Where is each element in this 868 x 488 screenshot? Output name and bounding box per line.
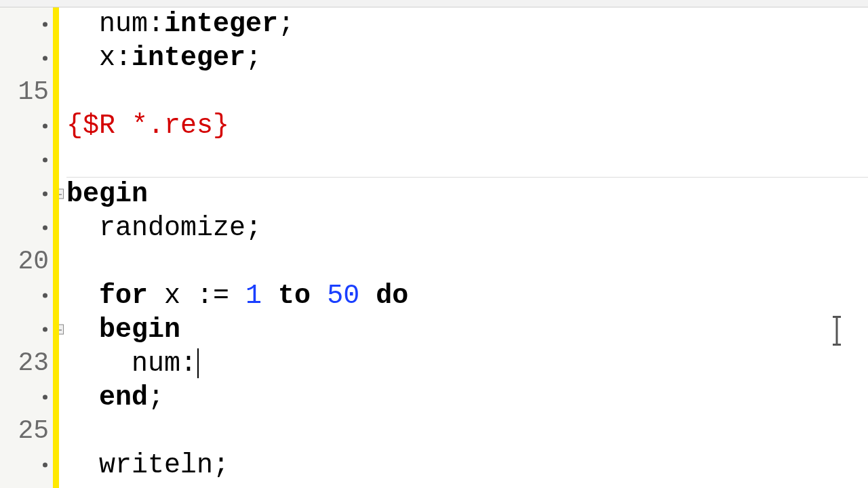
punct: ; [278, 9, 294, 39]
code-line[interactable]: for x := 1 to 50 do [66, 279, 868, 313]
indent [66, 213, 99, 243]
gutter-line[interactable] [0, 211, 53, 245]
gutter-line[interactable] [0, 312, 53, 346]
code-line[interactable]: num: [66, 347, 868, 381]
gutter-line[interactable]: 25 [0, 414, 53, 448]
gutter-line[interactable] [0, 7, 53, 41]
code-line[interactable] [66, 245, 868, 279]
punct: : [115, 43, 132, 73]
punct: ; [245, 43, 262, 73]
gutter-line[interactable] [0, 143, 53, 177]
keyword-for: for [99, 281, 148, 311]
line-number-gutter[interactable]: 15 20 23 25 [0, 7, 53, 488]
gutter-line[interactable] [0, 41, 53, 75]
punct: : [180, 348, 197, 379]
space [262, 281, 278, 311]
indent [66, 314, 99, 345]
identifier: num [132, 348, 180, 379]
space [311, 281, 327, 311]
code-line[interactable] [66, 415, 868, 449]
punct: ; [213, 450, 229, 481]
compiler-directive: {$R *.res} [66, 110, 229, 141]
identifier: num [99, 9, 148, 39]
type-keyword: integer [164, 9, 278, 39]
indent [66, 281, 99, 311]
punct: ; [148, 382, 164, 413]
gutter-line[interactable] [0, 448, 53, 482]
type-keyword: integer [132, 43, 245, 73]
space [359, 281, 376, 311]
code-line[interactable]: x:integer; [66, 41, 868, 75]
gutter-line[interactable] [0, 279, 53, 312]
punct: ; [245, 213, 262, 243]
assign-op: := [197, 281, 229, 311]
text-caret [197, 348, 199, 378]
indent [66, 382, 99, 413]
number-literal: 1 [245, 281, 262, 311]
gutter-line[interactable] [0, 380, 53, 414]
punct: : [148, 9, 164, 39]
gutter-line[interactable] [0, 177, 53, 211]
code-line[interactable]: {$R *.res} [66, 109, 868, 143]
indent [66, 43, 99, 73]
gutter-line[interactable]: 15 [0, 75, 53, 109]
toolbar-sliver [0, 0, 868, 7]
keyword-end: end [99, 382, 148, 413]
gutter-line[interactable]: 20 [0, 245, 53, 279]
keyword-begin: begin [66, 179, 148, 209]
code-line[interactable] [66, 143, 868, 177]
keyword-begin: begin [99, 314, 180, 345]
code-line[interactable]: begin [66, 313, 868, 347]
space [229, 281, 245, 311]
gutter-line[interactable]: 23 [0, 346, 53, 380]
modification-bar [53, 7, 59, 488]
code-line[interactable]: writeln; [66, 449, 868, 483]
keyword-do: do [376, 281, 408, 311]
code-editor[interactable]: 15 20 23 25 num:integer; x:integer; [0, 7, 868, 488]
indent [66, 348, 132, 379]
identifier: x [148, 281, 197, 311]
code-area[interactable]: num:integer; x:integer; {$R *.res} begin… [66, 7, 868, 488]
indent [66, 450, 99, 481]
indent [66, 9, 99, 39]
code-line[interactable] [66, 75, 868, 109]
identifier: x [99, 43, 115, 73]
gutter-line[interactable] [0, 109, 53, 143]
keyword-to: to [278, 281, 311, 311]
number-literal: 50 [327, 281, 359, 311]
code-line[interactable]: num:integer; [66, 7, 868, 41]
identifier: writeln [99, 450, 213, 481]
code-line[interactable]: begin [66, 177, 868, 211]
identifier: randomize [99, 213, 245, 243]
code-line[interactable]: end; [66, 381, 868, 415]
code-line[interactable]: randomize; [66, 211, 868, 245]
